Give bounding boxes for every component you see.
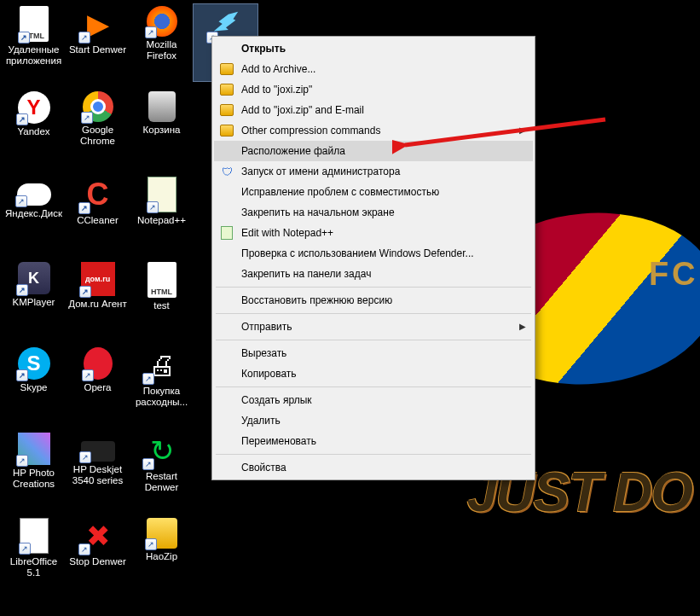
menu-item-label: Свойства [241,462,286,474]
desktop-icon-firefox[interactable]: ↗Mozilla Firefox [130,4,194,81]
menu-separator [216,386,531,387]
desktop-icon-hpdeskjet[interactable]: ↗HP Deskjet 3540 series [66,431,130,508]
shortcut-badge-icon: ↗ [82,369,94,381]
shortcut-badge-icon: ↗ [145,26,157,38]
menu-item-label: Add to "joxi.zip" and E-mail [241,104,364,116]
shortcut-badge-icon: ↗ [78,202,90,214]
desktop-icon-kmplayer[interactable]: K↗KMPlayer [2,260,66,337]
desktop-icon-haozip[interactable]: ↗HaoZip [130,516,194,593]
shortcut-badge-icon: ↗ [16,113,28,125]
libreoffice-icon: ↗ [20,518,49,554]
start-denwer-icon: ▶↗ [80,6,116,42]
icon-label: Start Denwer [69,44,126,55]
desktop-icon-skype[interactable]: S↗Skype [2,346,66,422]
shortcut-badge-icon: ↗ [15,195,27,207]
annotation-arrow [392,111,614,162]
icon-label: Покупка расходны... [130,386,194,408]
icon-label: LibreOffice 5.1 [3,556,66,578]
icon-label: HP Deskjet 3540 series [67,464,130,486]
menu-item-label: Копировать [241,368,297,380]
menu-item[interactable]: Отправить▶ [214,317,533,337]
shortcut-badge-icon: ↗ [79,451,91,463]
icon-label: Stop Denwer [69,556,125,567]
menu-item[interactable]: Восстановить прежнюю версию [214,290,533,311]
menu-item[interactable]: Переименовать [214,431,533,451]
desktop-icon-test[interactable]: HTMLtest [130,260,194,337]
shortcut-badge-icon: ↗ [16,284,28,296]
shortcut-badge-icon: ↗ [19,543,31,555]
ydisk-icon: ↗ [17,183,51,206]
icon-label: KMPlayer [13,297,55,308]
test-icon: HTML [148,262,176,298]
menu-item[interactable]: 🛡Запуск от имени администратора [214,161,533,182]
menu-separator [216,313,531,314]
desktop-icon-ydisk[interactable]: ↗Яндекс.Диск [2,175,66,252]
menu-item[interactable]: Add to Archive... [214,59,533,79]
menu-item[interactable]: Проверка с использованием Windows Defend… [214,243,533,264]
icon-label: Дом.ru Агент [68,299,126,310]
menu-item[interactable]: Свойства [214,457,533,478]
icon-label: Yandex [17,126,49,137]
arch-icon [219,123,234,138]
menu-item-label: Вырезать [241,347,286,359]
menu-item-label: Отправить [241,321,292,333]
icon-label: Mozilla Firefox [130,39,194,61]
desktop-icon-hpphoto[interactable]: ↗HP Photo Creations [2,431,66,508]
desktop-icon-notepadpp[interactable]: ↗Notepad++ [130,175,194,252]
menu-item[interactable]: Удалить [214,410,533,431]
desktop-icon-restart-denwer[interactable]: ↻↗Restart Denwer [130,431,194,508]
icon-label: Notepad++ [137,215,186,226]
menu-item-label: Создать ярлык [241,394,312,406]
icon-label: Корзина [143,125,181,136]
icon-label: Яндекс.Диск [5,208,62,219]
desktop-icon-chrome[interactable]: ↗Google Chrome [66,90,130,166]
context-menu: ОткрытьAdd to Archive...Add to "joxi.zip… [211,36,535,480]
icon-label: CCleaner [77,215,119,226]
icon-label: Удаленные приложения [3,44,66,67]
shortcut-badge-icon: ↗ [145,538,157,550]
opera-icon: ↗ [84,347,113,380]
desktop-icon-purchase[interactable]: 🖨↗Покупка расходны... [130,346,194,422]
menu-item[interactable]: Закрепить на панели задач [214,264,533,284]
icon-label: Restart Denwer [130,471,194,493]
menu-item[interactable]: Edit with Notepad++ [214,223,533,243]
purchase-icon: 🖨↗ [144,347,180,383]
icon-label: Opera [84,382,112,393]
desktop-icon-start-denwer[interactable]: ▶↗Start Denwer [66,4,130,81]
menu-item[interactable]: Закрепить на начальном экране [214,202,533,223]
hpdeskjet-icon: ↗ [81,441,115,462]
menu-item-label: Закрепить на начальном экране [241,206,395,218]
menu-item[interactable]: Add to "joxi.zip" [214,79,533,100]
desktop-icon-opera[interactable]: ↗Opera [66,346,130,422]
menu-item[interactable]: Создать ярлык [214,390,533,410]
shortcut-badge-icon: ↗ [81,112,93,124]
stop-denwer-icon: ✖↗ [80,518,116,554]
skype-icon: S↗ [18,347,50,380]
desktop-icon-ccleaner[interactable]: C↗CCleaner [66,175,130,252]
menu-item[interactable]: Исправление проблем с совместимостью [214,182,533,202]
yandex-icon: Y↗ [18,91,50,124]
menu-item-label: Other compression commands [241,125,380,137]
desktop-icon-yandex[interactable]: Y↗Yandex [2,90,66,166]
menu-item-label: Открыть [241,43,286,55]
menu-item-label: Проверка с использованием Windows Defend… [241,247,474,259]
menu-item[interactable]: Копировать [214,363,533,384]
shortcut-badge-icon: ↗ [78,32,90,44]
desktop-icon-libreoffice[interactable]: ↗LibreOffice 5.1 [2,516,66,593]
desktop-icon-trash[interactable]: Корзина [130,90,194,166]
menu-item-label: Переименовать [241,435,316,447]
shortcut-badge-icon: ↗ [142,373,154,385]
menu-item[interactable]: Вырезать [214,343,533,363]
menu-separator [216,287,531,288]
domru-icon: дом.ru↗ [81,262,115,296]
menu-item-label: Edit with Notepad++ [241,227,333,239]
menu-item-label: Расположение файла [241,145,345,157]
menu-item-label: Восстановить прежнюю версию [241,294,392,306]
desktop-icon-stop-denwer[interactable]: ✖↗Stop Denwer [66,516,130,593]
shortcut-badge-icon: ↗ [18,32,30,44]
menu-item[interactable]: Открыть [214,38,533,59]
desktop-icon-deleted-apps[interactable]: HTML↗Удаленные приложения [2,4,66,81]
desktop-icon-domru[interactable]: дом.ru↗Дом.ru Агент [66,260,130,337]
menu-separator [216,340,531,340]
shortcut-badge-icon: ↗ [16,455,28,467]
